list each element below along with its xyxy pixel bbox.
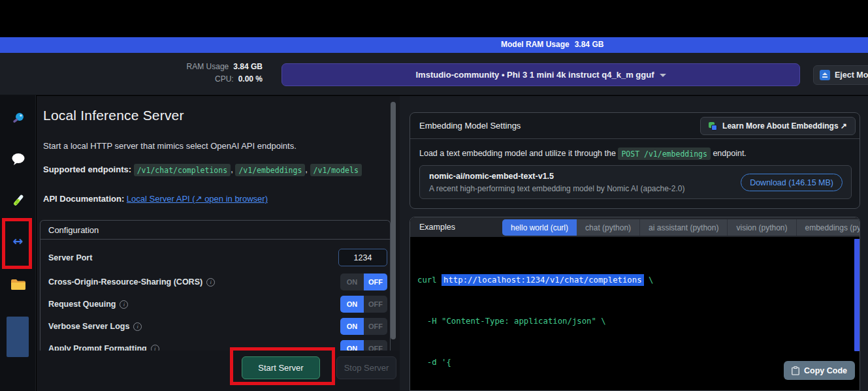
tab-embeddings-python[interactable]: embeddings (python) (797, 219, 860, 236)
page-title: Local Inference Server (43, 108, 184, 123)
verbose-logs-toggle[interactable]: ON OFF (340, 318, 387, 335)
prompt-formatting-label: Apply Prompt Formattingi (48, 344, 159, 351)
model-selector-dropdown[interactable]: lmstudio-community • Phi 3 1 mini 4k ins… (281, 63, 800, 86)
download-model-button[interactable]: Download (146.15 MB) (741, 174, 843, 191)
code-scrollbar[interactable] (854, 239, 860, 351)
eject-model-button[interactable]: Eject Model (813, 65, 868, 85)
api-documentation-label: API Documentation: (43, 194, 124, 204)
examples-label: Examples (419, 223, 455, 232)
tab-chat-python[interactable]: chat (python) (577, 219, 640, 236)
embedding-description: Load a text embedding model and utilize … (419, 149, 747, 158)
tab-hello-world-curl[interactable]: hello world (curl) (502, 219, 577, 236)
info-icon[interactable]: i (120, 300, 128, 309)
request-queuing-toggle[interactable]: ON OFF (340, 296, 387, 313)
chevron-down-icon (660, 74, 666, 77)
api-documentation-row: API Documentation: Local Server API (↗ o… (43, 194, 268, 204)
code-line: curl http://localhost:1234/v1/chat/compl… (417, 274, 860, 287)
verbose-logs-label: Verbose Server Logsi (48, 322, 142, 331)
header-bar: RAM Usage3.84 GB CPU:0.00 % lmstudio-com… (0, 53, 868, 95)
stop-server-button[interactable]: Stop Server (336, 356, 396, 379)
supported-endpoints-row: Supported endpoints: /v1/chat/completion… (43, 164, 362, 174)
server-port-label: Server Port (48, 253, 92, 262)
toggle-off-segment[interactable]: OFF (364, 318, 387, 335)
cpu-label: CPU: (215, 74, 234, 84)
local-server-icon[interactable]: ↔ (0, 234, 36, 248)
eject-icon (820, 70, 830, 80)
info-icon[interactable]: i (151, 345, 159, 351)
cpu-usage-row: CPU:0.00 % (187, 73, 263, 86)
sidebar: ↔ (0, 95, 36, 391)
tab-vision-python[interactable]: vision (python) (728, 219, 796, 236)
endpoint-chip: /v1/embeddings (235, 164, 305, 176)
info-icon[interactable]: i (133, 322, 142, 331)
endpoint-chip: /v1/chat/completions (134, 164, 231, 176)
clipboard-icon (792, 366, 799, 375)
embedding-settings-card: Embedding Model Settings Learn More Abou… (410, 112, 860, 209)
learn-more-embeddings-button[interactable]: Learn More About Embeddings ↗ (700, 117, 856, 135)
model-ram-usage-text: Model RAM Usage3.84 GB (501, 40, 603, 49)
cors-label: Cross-Origin-Resource-Sharing (CORS)i (48, 277, 215, 287)
copy-code-label: Copy Code (804, 366, 847, 375)
post-embeddings-chip: POST /v1/embeddings (618, 148, 711, 160)
highlighted-url: http://localhost:1234/v1/chat/completion… (442, 274, 644, 286)
toggle-on-segment[interactable]: ON (340, 318, 364, 335)
system-stats: RAM Usage3.84 GB CPU:0.00 % (187, 61, 263, 86)
toggle-on-segment[interactable]: ON (340, 274, 364, 290)
supported-endpoints-label: Supported endpoints: (43, 164, 131, 174)
examples-header: Examples hello world (curl) chat (python… (410, 217, 860, 237)
embedding-settings-title: Embedding Model Settings (419, 121, 521, 131)
model-ram-usage-banner: Model RAM Usage3.84 GB (0, 37, 868, 53)
prompt-formatting-toggle[interactable]: ON OFF (340, 340, 387, 351)
toggle-on-segment[interactable]: ON (340, 340, 364, 351)
nomic-model-name: nomic-ai/nomic-embed-text-v1.5 (429, 172, 554, 181)
ram-usage-value: 3.84 GB (233, 62, 263, 71)
configuration-header: Configuration (40, 221, 390, 240)
nomic-model-card: nomic-ai/nomic-embed-text-v1.5 A recent … (419, 165, 852, 199)
code-example-block: curl http://localhost:1234/v1/chat/compl… (410, 237, 860, 391)
embedding-settings-header: Embedding Model Settings Learn More Abou… (410, 113, 860, 139)
start-server-button[interactable]: Start Server (242, 356, 320, 379)
copy-code-button[interactable]: Copy Code (784, 361, 855, 380)
search-icon[interactable] (0, 112, 36, 126)
eject-model-label: Eject Model (835, 70, 868, 80)
chat-icon[interactable] (0, 153, 36, 166)
toggle-off-segment[interactable]: OFF (364, 274, 387, 290)
examples-card: Examples hello world (curl) chat (python… (410, 217, 860, 391)
sidebar-selected-background (7, 317, 29, 357)
double-arrow-glyph: ↔ (13, 234, 24, 248)
cors-toggle[interactable]: ON OFF (340, 274, 387, 290)
server-actions-footer: Start Server Stop Server (37, 351, 400, 391)
toggle-on-segment[interactable]: ON (340, 296, 364, 313)
tab-ai-assistant-python[interactable]: ai assistant (python) (640, 219, 728, 236)
page-description: Start a local HTTP server that mimics se… (43, 141, 297, 151)
model-ram-usage-label: Model RAM Usage (501, 40, 570, 49)
model-selector-label: lmstudio-community • Phi 3 1 mini 4k ins… (415, 70, 654, 80)
toggle-off-segment[interactable]: OFF (364, 296, 387, 313)
embeddings-icon (709, 122, 717, 131)
ram-usage-label: RAM Usage (187, 62, 229, 71)
local-server-panel: Local Inference Server Start a local HTT… (37, 96, 400, 391)
separator: , (305, 164, 308, 174)
nomic-model-description: A recent high-performing text embedding … (429, 184, 685, 193)
examples-tab-group: hello world (curl) chat (python) ai assi… (502, 219, 860, 236)
request-queuing-label: Request Queuingi (48, 300, 128, 309)
toggle-off-segment[interactable]: OFF (364, 340, 387, 351)
learn-more-label: Learn More About Embeddings ↗ (722, 121, 847, 131)
cpu-value: 0.00 % (238, 74, 263, 84)
left-panel-scrollbar[interactable] (391, 102, 396, 339)
local-server-api-link[interactable]: Local Server API (↗ open in browser) (127, 194, 268, 204)
separator: , (231, 164, 233, 174)
code-line: -H "Content-Type: application/json" \ (417, 315, 860, 328)
ram-usage-row: RAM Usage3.84 GB (187, 61, 263, 73)
endpoint-chip: /v1/models (310, 164, 362, 176)
right-content-area: Embedding Model Settings Learn More Abou… (400, 96, 868, 391)
top-black-strip (0, 0, 868, 37)
model-ram-usage-value: 3.84 GB (575, 40, 604, 49)
info-icon[interactable]: i (206, 278, 215, 287)
experiment-icon[interactable] (0, 193, 36, 208)
server-port-input[interactable] (338, 249, 387, 266)
configuration-card: Configuration Server Port Cross-Origin-R… (40, 220, 391, 351)
folder-icon[interactable] (0, 278, 36, 291)
